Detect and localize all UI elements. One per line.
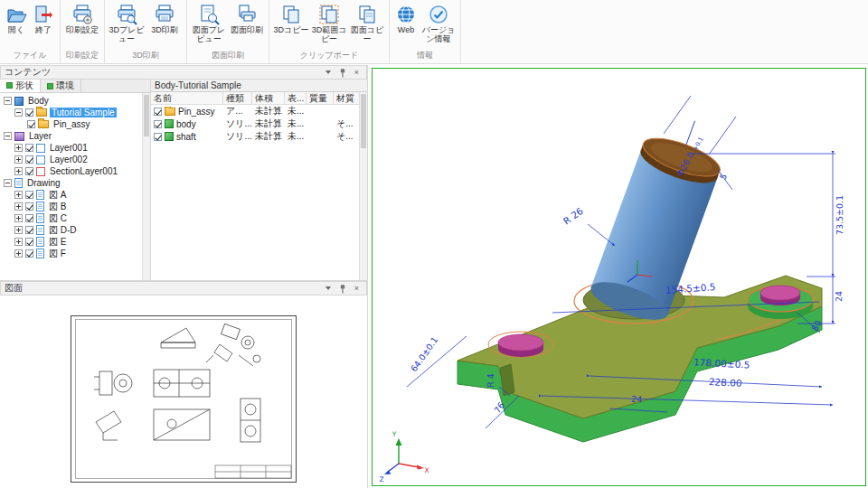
content-panel-close-button[interactable]: × xyxy=(351,67,363,78)
3d-viewport[interactable]: Φ26.0 +0.1 5 R 26 73.5±0.1 154.5±0.5 24 … xyxy=(372,68,866,486)
dim-5[interactable]: 5 xyxy=(718,172,730,182)
expand-icon[interactable] xyxy=(14,214,23,222)
3d-print-button[interactable]: 3D印刷 xyxy=(146,2,184,50)
drawing-preview-area[interactable] xyxy=(0,296,367,488)
tab-shape[interactable]: 形状 xyxy=(0,80,41,92)
tab-environment[interactable]: 環境 xyxy=(41,80,81,92)
tree-item-layer002[interactable]: Layer002 xyxy=(0,154,142,165)
expand-icon[interactable] xyxy=(14,202,23,211)
dim-228[interactable]: 228.00 xyxy=(709,376,742,389)
body-list-scrollbar[interactable] xyxy=(359,92,367,280)
copy-3d-range-button[interactable]: 3D範囲コピー xyxy=(310,2,348,50)
column-type[interactable]: 種類 xyxy=(223,92,252,105)
visibility-checkbox[interactable] xyxy=(154,133,162,141)
tree-item-layer001[interactable]: Layer001 xyxy=(0,142,142,154)
visibility-checkbox[interactable] xyxy=(25,249,33,258)
drawing-panel-menu-button[interactable] xyxy=(322,283,334,294)
expand-icon[interactable] xyxy=(14,144,23,152)
drawing-sheet[interactable] xyxy=(71,315,297,483)
visibility-checkbox[interactable] xyxy=(25,191,33,199)
drawing-panel-title: 図面 xyxy=(5,282,23,295)
drawing-panel-pin-button[interactable] xyxy=(336,283,348,294)
expand-icon[interactable] xyxy=(14,238,23,246)
tree-item-sheet-dd[interactable]: 図 D-D xyxy=(0,224,142,236)
column-name[interactable]: 名前 xyxy=(151,92,223,105)
column-surface[interactable]: 表... xyxy=(285,92,307,105)
column-volume[interactable]: 体積 xyxy=(252,92,285,105)
exit-button[interactable]: 終了 xyxy=(30,2,57,50)
visibility-checkbox[interactable] xyxy=(25,214,33,222)
visibility-checkbox[interactable] xyxy=(27,120,35,128)
table-row-shaft[interactable]: shaft ソリ... 未計算 未... そ... xyxy=(151,130,367,143)
table-row-body[interactable]: body ソリ... 未計算 未... そ... xyxy=(151,117,367,130)
3d-preview-icon xyxy=(116,4,137,25)
dim-r4[interactable]: R 4 xyxy=(486,373,495,388)
print-settings-button[interactable]: 印刷設定 xyxy=(63,2,101,50)
shaft-cylinder-geometry[interactable] xyxy=(587,107,733,327)
visibility-checkbox[interactable] xyxy=(25,155,33,164)
tree-item-sheet-f[interactable]: 図 F xyxy=(0,248,142,259)
pin-icon xyxy=(338,68,347,78)
scrollbar-thumb[interactable] xyxy=(361,94,366,148)
dim-24-bottom[interactable]: 24 xyxy=(631,394,643,405)
cad-application-window: 開く 終了 ファイル 印刷設定 印刷設定 xyxy=(0,0,868,488)
visibility-checkbox[interactable] xyxy=(25,226,33,234)
drawing-panel-close-button[interactable]: × xyxy=(351,283,363,294)
drawing-preview-button[interactable]: 図面プレビュー xyxy=(190,2,228,50)
dim-154-5[interactable]: 154.5±0.5 xyxy=(665,281,716,296)
collapse-icon[interactable] xyxy=(4,132,12,140)
drawing-print-button[interactable]: 図面印刷 xyxy=(228,2,266,50)
dim-diameter-26-tolerance[interactable]: +0.1 xyxy=(692,136,704,152)
copy-3d-button[interactable]: 3Dコピー xyxy=(272,2,310,50)
left-pin-geometry[interactable] xyxy=(498,334,543,357)
copy-drawing-button[interactable]: 図面コピー xyxy=(348,2,386,50)
tree-scrollbar[interactable] xyxy=(142,93,150,280)
content-panel-menu-button[interactable] xyxy=(322,67,334,78)
visibility-checkbox[interactable] xyxy=(25,108,33,117)
tree-item-layer[interactable]: Layer xyxy=(0,130,142,142)
shape-tab-icon xyxy=(6,82,13,89)
dim-r26[interactable]: R 26 xyxy=(561,205,585,227)
tree-item-sheet-e[interactable]: 図 E xyxy=(0,236,142,248)
pin-icon xyxy=(338,284,347,294)
expand-icon[interactable] xyxy=(14,226,23,234)
web-button-label: Web xyxy=(398,26,414,35)
tree-item-tutorial-sample[interactable]: Tutorial Sample xyxy=(0,107,142,118)
scrollbar-thumb[interactable] xyxy=(144,95,149,136)
visibility-checkbox[interactable] xyxy=(154,108,162,116)
x-axis-label: X xyxy=(424,466,429,474)
open-button[interactable]: 開く xyxy=(3,2,30,50)
table-row-pin-assy[interactable]: Pin_assy ア... 未計算 未... xyxy=(151,105,367,117)
dim-73-5[interactable]: 73.5±0.1 xyxy=(835,195,844,235)
version-info-button[interactable]: バージョン情報 xyxy=(420,2,458,50)
tree-item-body[interactable]: Body xyxy=(0,95,142,107)
3d-preview-button[interactable]: 3Dプレビュー xyxy=(108,2,146,50)
web-button[interactable]: Web xyxy=(392,2,420,50)
collapse-icon[interactable] xyxy=(14,108,23,117)
tree-item-drawing[interactable]: Drawing xyxy=(0,177,142,189)
visibility-checkbox[interactable] xyxy=(25,144,33,152)
expand-icon[interactable] xyxy=(14,249,23,258)
tree-item-sectionlayer001[interactable]: SectionLayer001 xyxy=(0,165,142,177)
tree-item-pin-assy[interactable]: Pin_assy xyxy=(0,118,142,130)
expand-icon[interactable] xyxy=(14,191,23,199)
solid-body-icon xyxy=(165,132,174,141)
collapse-icon[interactable] xyxy=(4,97,12,105)
dim-24-right[interactable]: 24 xyxy=(834,291,844,302)
visibility-checkbox[interactable] xyxy=(25,167,33,175)
dim-64-0[interactable]: 64.0±0.1 xyxy=(409,335,439,374)
visibility-checkbox[interactable] xyxy=(154,120,162,128)
visibility-checkbox[interactable] xyxy=(25,238,33,246)
body-root-icon xyxy=(14,97,24,106)
expand-icon[interactable] xyxy=(14,155,23,164)
print-settings-button-label: 印刷設定 xyxy=(66,26,99,35)
collapse-icon[interactable] xyxy=(4,179,12,187)
tree-item-sheet-c[interactable]: 図 C xyxy=(0,212,142,224)
column-mass[interactable]: 質量 xyxy=(307,92,334,105)
drawing-print-button-label: 図面印刷 xyxy=(231,26,263,35)
tree-item-sheet-a[interactable]: 図 A xyxy=(0,189,142,201)
content-panel-pin-button[interactable] xyxy=(336,67,348,78)
tree-item-sheet-b[interactable]: 図 B xyxy=(0,201,142,212)
expand-icon[interactable] xyxy=(14,167,23,175)
visibility-checkbox[interactable] xyxy=(25,202,33,211)
